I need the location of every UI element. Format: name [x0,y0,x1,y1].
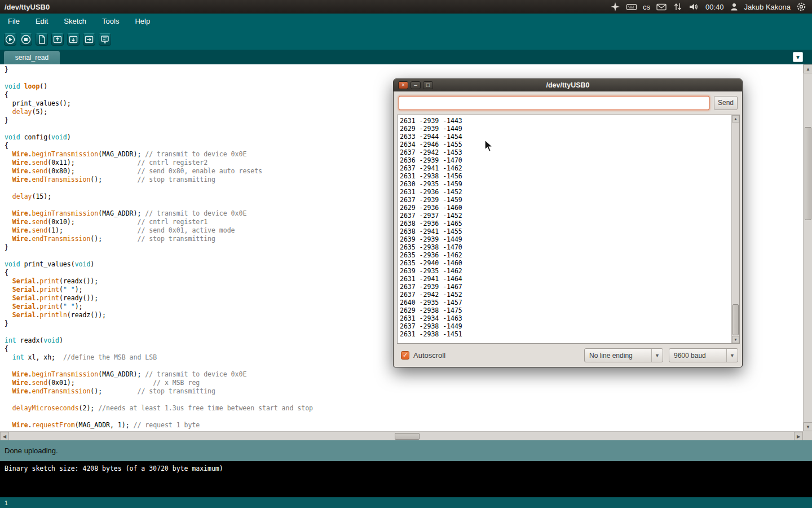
console-output: Binary sketch size: 4208 bytes (of a 307… [0,461,812,497]
line-ending-value: No line ending [585,352,651,360]
autoscroll-checkbox[interactable]: ✓ [401,351,409,360]
current-line-number: 1 [5,500,8,506]
toolbar [0,29,812,50]
menu-file[interactable]: File [0,14,28,29]
status-message: Done uploading. [5,446,58,455]
user-name[interactable]: Jakub Kakona [744,3,791,11]
scroll-right-icon[interactable]: ▶ [794,432,803,441]
vertical-scroll-thumb[interactable] [805,127,811,220]
gear-icon[interactable] [796,2,806,12]
keyboard-layout-label[interactable]: cs [643,3,650,11]
tab-menu-arrow-icon: ▼ [795,54,801,60]
send-button[interactable]: Send [714,96,738,110]
keyboard-icon[interactable] [626,2,637,12]
menu-tools[interactable]: Tools [94,14,127,29]
serial-output[interactable]: 2631 -2939 -1443 2629 -2939 -1449 2633 -… [398,115,731,343]
horizontal-scroll-thumb[interactable] [395,433,420,440]
scroll-down-icon[interactable]: ▼ [804,422,812,431]
serial-monitor-title: /dev/ttyUSB0 [394,81,742,89]
maximize-button[interactable]: □ [423,81,433,89]
menu-bar: File Edit Sketch Tools Help [0,14,812,29]
console-text: Binary sketch size: 4208 bytes (of a 307… [5,465,807,472]
code-content: }void loop(){ print_values(); delay(5);}… [5,65,313,430]
minimize-icon: – [414,82,417,88]
tab-strip: serial_read ▼ [0,50,812,64]
minimize-button[interactable]: – [411,81,421,89]
mouse-cursor [484,139,495,155]
serial-monitor-button[interactable] [99,33,111,46]
send-row: Send [399,95,738,110]
status-bar: Done uploading. [0,440,812,461]
baud-rate-value: 9600 baud [669,352,726,360]
tab-menu-button[interactable]: ▼ [793,52,803,62]
scroll-left-icon[interactable]: ◀ [0,432,9,441]
menu-help[interactable]: Help [127,14,158,29]
clock[interactable]: 00:40 [705,3,724,11]
check-icon: ✓ [403,352,408,358]
serial-scroll-up-icon[interactable]: ▲ [732,115,739,122]
scroll-up-icon[interactable]: ▲ [804,64,812,73]
active-window-title: /dev/ttyUSB0 [5,3,50,11]
autoscroll-label: Autoscroll [413,351,445,360]
upload-button[interactable] [83,33,95,46]
line-number-strip: 1 [0,497,812,508]
ubuntu-top-panel: /dev/ttyUSB0 cs 00:40 Jakub Kakona [0,0,812,14]
chevron-down-icon: ▼ [726,349,738,362]
tab-label: serial_read [15,54,48,62]
editor-horizontal-scrollbar[interactable]: ◀ ▶ [0,431,803,440]
stop-button[interactable] [20,33,32,46]
serial-output-scrollbar[interactable]: ▲ ▼ [731,115,739,343]
verify-button[interactable] [4,33,16,46]
panel-indicators: cs 00:40 Jakub Kakona [610,2,812,12]
serial-input[interactable] [399,96,709,110]
serial-output-area: 2631 -2939 -1443 2629 -2939 -1449 2633 -… [397,115,740,344]
sparkle-icon[interactable] [610,2,620,12]
open-sketch-button[interactable] [51,33,64,46]
mail-icon[interactable] [656,2,667,12]
network-arrows-icon[interactable] [673,2,683,12]
menu-sketch[interactable]: Sketch [56,14,94,29]
serial-monitor-window: × – □ /dev/ttyUSB0 Send 2631 -2939 -1443… [393,78,743,367]
menu-edit[interactable]: Edit [28,14,56,29]
serial-options-row: ✓ Autoscroll No line ending ▼ 9600 baud … [397,348,740,363]
serial-scroll-thumb[interactable] [732,304,739,335]
serial-monitor-titlebar[interactable]: × – □ /dev/ttyUSB0 [394,79,742,91]
scrollbar-corner [803,431,812,440]
baud-rate-select[interactable]: 9600 baud ▼ [669,348,738,362]
volume-icon[interactable] [689,2,700,12]
maximize-icon: □ [426,82,430,88]
save-sketch-button[interactable] [67,33,80,46]
close-icon: × [401,82,405,88]
serial-scroll-down-icon[interactable]: ▼ [732,336,739,343]
tab-serial-read[interactable]: serial_read [4,51,60,64]
line-ending-select[interactable]: No line ending ▼ [584,348,663,362]
desktop: /dev/ttyUSB0 cs 00:40 Jakub Kakona [0,0,812,508]
new-sketch-button[interactable] [36,33,48,46]
close-button[interactable]: × [398,81,408,89]
chevron-down-icon: ▼ [651,349,663,362]
user-icon [730,2,739,12]
editor-vertical-scrollbar[interactable]: ▲ ▼ [803,64,812,431]
